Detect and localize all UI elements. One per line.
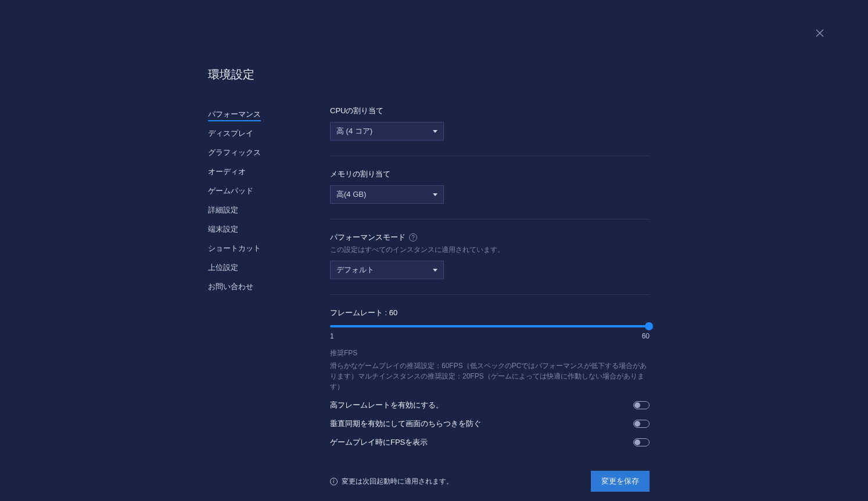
sidebar-item-label: ディスプレイ [208,129,253,138]
memory-dropdown[interactable]: 高(4 GB) [330,185,444,204]
frame-rate-section: フレームレート : 60 1 60 推奨FPS 滑らかなゲームプレイの推奨設定：… [330,308,650,392]
cpu-dropdown-value: 高 (4 コア) [336,126,372,136]
sidebar-item-gamepad[interactable]: ゲームパッド [208,182,330,200]
perf-mode-sub: この設定はすべてのインスタンスに適用されています。 [330,245,650,255]
toggle-knob [634,421,640,427]
frame-rate-min: 1 [330,332,334,340]
memory-title: メモリの割り当て [330,169,650,179]
toggle-high-fps-row: 高フレームレートを有効にする。 [330,400,650,410]
toggle-vsync-row: 垂直同期を有効にして画面のちらつきを防ぐ [330,419,650,429]
frame-rate-value: 60 [389,308,397,317]
sidebar-item-advanced[interactable]: 詳細設定 [208,201,330,219]
perf-mode-title: パフォーマンスモード ? [330,232,650,243]
sidebar-item-label: パフォーマンス [208,110,261,121]
frame-rate-range: 1 60 [330,332,650,340]
sidebar-item-label: 詳細設定 [208,206,238,214]
frame-rate-label-prefix: フレームレート : [330,308,389,317]
toggle-show-fps-row: ゲームプレイ時にFPSを表示 [330,437,650,448]
page-title: 環境設定 [208,67,650,82]
settings-sidebar: パフォーマンス ディスプレイ グラフィックス オーディオ ゲームパッド 詳細設定… [208,106,330,492]
sidebar-item-label: 上位設定 [208,263,238,272]
sidebar-item-premium[interactable]: 上位設定 [208,259,330,276]
cpu-section: CPUの割り当て 高 (4 コア) [330,106,650,140]
footer-note: i 変更は次回起動時に適用されます。 [330,477,453,486]
chevron-down-icon [433,130,437,133]
sidebar-item-device[interactable]: 端末設定 [208,221,330,238]
sidebar-item-audio[interactable]: オーディオ [208,163,330,181]
toggle-vsync-label: 垂直同期を有効にして画面のちらつきを防ぐ [330,419,481,429]
sidebar-item-label: オーディオ [208,167,246,176]
perf-mode-section: パフォーマンスモード ? この設定はすべてのインスタンスに適用されています。 デ… [330,232,650,279]
frame-rate-max: 60 [642,332,650,340]
footer-note-text: 変更は次回起動時に適用されます。 [342,477,453,486]
sidebar-item-label: 端末設定 [208,225,238,233]
frame-rate-slider[interactable] [330,325,650,327]
toggle-vsync[interactable] [633,420,650,428]
toggle-high-fps-label: 高フレームレートを有効にする。 [330,400,443,410]
settings-content: CPUの割り当て 高 (4 コア) メモリの割り当て 高(4 GB) パフォーマ… [330,106,650,492]
sidebar-item-display[interactable]: ディスプレイ [208,125,330,142]
info-icon: i [330,478,338,485]
toggle-high-fps[interactable] [633,401,650,409]
frame-rate-label: フレームレート : 60 [330,308,650,318]
help-icon[interactable]: ? [409,233,417,242]
chevron-down-icon [433,269,437,272]
fps-reco-title: 推奨FPS [330,348,650,358]
sidebar-item-label: ゲームパッド [208,186,253,195]
sidebar-item-shortcuts[interactable]: ショートカット [208,240,330,257]
chevron-down-icon [433,193,437,196]
toggle-knob [634,402,640,408]
toggle-knob [634,439,640,445]
sidebar-item-label: グラフィックス [208,148,261,157]
memory-section: メモリの割り当て 高(4 GB) [330,169,650,204]
save-button[interactable]: 変更を保存 [591,471,650,492]
memory-dropdown-value: 高(4 GB) [336,189,366,200]
divider [330,156,650,156]
footer: i 変更は次回起動時に適用されます。 変更を保存 [330,471,650,492]
perf-mode-dropdown[interactable]: デフォルト [330,261,444,279]
divider [330,294,650,295]
divider [330,219,650,219]
close-icon [815,28,825,38]
fps-reco-text: 滑らかなゲームプレイの推奨設定：60FPS（低スペックのPCではパフォーマンスが… [330,361,650,392]
toggle-show-fps-label: ゲームプレイ時にFPSを表示 [330,437,428,448]
sidebar-item-graphics[interactable]: グラフィックス [208,144,330,161]
slider-thumb[interactable] [645,322,653,330]
perf-mode-dropdown-value: デフォルト [336,265,374,275]
toggle-show-fps[interactable] [633,438,650,446]
sidebar-item-label: お問い合わせ [208,282,253,291]
sidebar-item-performance[interactable]: パフォーマンス [208,106,330,123]
sidebar-item-label: ショートカット [208,244,261,253]
close-button[interactable] [815,28,828,42]
perf-mode-title-text: パフォーマンスモード [330,232,406,243]
cpu-dropdown[interactable]: 高 (4 コア) [330,122,444,140]
cpu-title: CPUの割り当て [330,106,650,116]
sidebar-item-contact[interactable]: お問い合わせ [208,278,330,295]
